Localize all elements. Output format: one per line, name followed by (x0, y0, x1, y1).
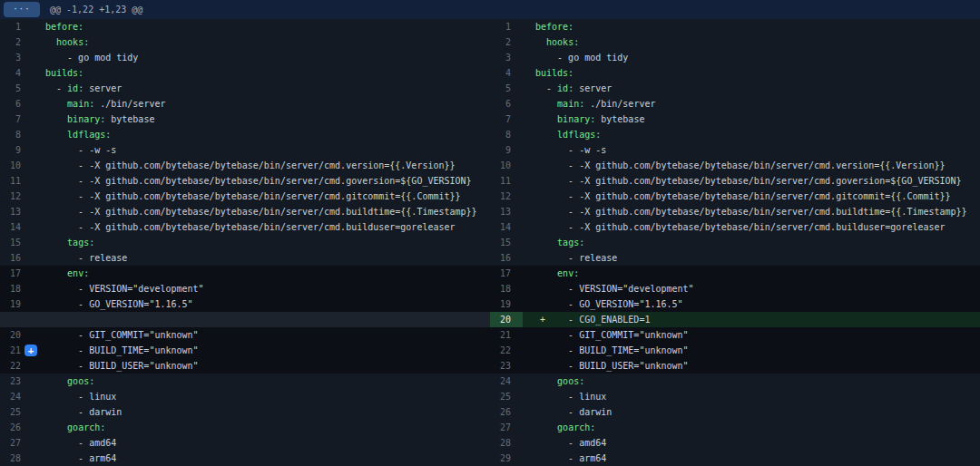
line-number[interactable]: 17 (0, 266, 33, 281)
code-text: - -X github.com/bytebase/bytebase/bin/se… (45, 160, 456, 170)
diff-row: 8 ldflags: (0, 127, 490, 142)
line-number[interactable]: 14 (490, 219, 523, 235)
diff-row: 27 goarch: (490, 420, 980, 435)
line-number[interactable]: 20 (0, 327, 33, 343)
line-number[interactable]: 27 (0, 435, 33, 451)
line-number[interactable]: 12 (0, 189, 33, 204)
line-number[interactable]: 17 (490, 266, 523, 281)
line-number[interactable]: 8 (0, 127, 33, 142)
line-number[interactable]: 3 (0, 50, 33, 65)
line-number[interactable]: 11 (490, 173, 523, 189)
line-number[interactable]: 7 (490, 112, 523, 127)
line-number[interactable]: 5 (490, 81, 523, 96)
diff-row: 14 - -X github.com/bytebase/bytebase/bin… (0, 219, 490, 235)
line-number[interactable]: 27 (490, 420, 523, 435)
add-comment-button[interactable]: + (24, 345, 37, 356)
line-number[interactable]: 24 (490, 374, 523, 389)
code-text: - -X github.com/bytebase/bytebase/bin/se… (45, 176, 472, 186)
line-number[interactable]: 2 (0, 34, 33, 50)
line-number[interactable]: 16 (490, 250, 523, 266)
line-number[interactable]: 18 (0, 281, 33, 296)
line-number[interactable]: 15 (0, 235, 33, 250)
code-line: - -X github.com/bytebase/bytebase/bin/se… (523, 219, 980, 235)
code-line: - darwin (523, 404, 980, 420)
line-number[interactable]: 20 (490, 312, 523, 327)
line-number[interactable]: 24 (0, 389, 33, 404)
code-line: - linux (33, 389, 490, 404)
line-number[interactable]: 13 (0, 204, 33, 219)
code-line: - BUILD_TIME="unknown" (33, 343, 490, 358)
yaml-key: env: (67, 268, 89, 278)
line-number[interactable]: 11 (0, 173, 33, 189)
line-number[interactable]: 23 (0, 374, 33, 389)
code-text: - darwin (535, 407, 612, 417)
line-number[interactable] (0, 312, 33, 327)
code-text: - linux (535, 392, 606, 402)
diff-row: 11 - -X github.com/bytebase/bytebase/bin… (0, 173, 490, 189)
code-text (535, 37, 546, 47)
code-line: - -w -s (523, 142, 980, 158)
diff-row: 19 - GO_VERSION="1.16.5" (0, 296, 490, 312)
line-number[interactable]: 1 (490, 19, 523, 34)
line-number[interactable]: 4 (0, 65, 33, 81)
diff-row: 2 hooks: (0, 34, 490, 50)
diff-row: 12 - -X github.com/bytebase/bytebase/bin… (0, 189, 490, 204)
code-text: - GIT_COMMIT="unknown" (45, 330, 199, 340)
line-number[interactable]: 19 (0, 296, 33, 312)
line-number[interactable]: 2 (490, 34, 523, 50)
line-number[interactable]: 19 (490, 296, 523, 312)
expand-hunk-button[interactable]: ··· (4, 2, 40, 17)
line-number[interactable]: 6 (490, 96, 523, 112)
line-number[interactable]: 25 (0, 404, 33, 420)
line-number[interactable]: 4 (490, 65, 523, 81)
line-number[interactable]: 6 (0, 96, 33, 112)
line-number[interactable]: 7 (0, 112, 33, 127)
code-text: - -w -s (535, 145, 606, 155)
hunk-header: ··· @@ -1,22 +1,23 @@ (0, 0, 980, 19)
yaml-key: binary: (67, 114, 105, 124)
diff-row: 23 goos: (0, 374, 490, 389)
diff-row: 15 tags: (0, 235, 490, 250)
line-number[interactable]: 15 (490, 235, 523, 250)
code-line: - BUILD_USER="unknown" (33, 358, 490, 374)
line-number[interactable]: 21 (490, 327, 523, 343)
line-number[interactable]: 10 (490, 158, 523, 173)
line-number[interactable]: 25 (490, 389, 523, 404)
diff-row: 15 tags: (490, 235, 980, 250)
line-number[interactable]: 5 (0, 81, 33, 96)
diff-row: 4builds: (0, 65, 490, 81)
line-number[interactable]: 28 (0, 451, 33, 466)
code-text: - CGO_ENABLED=1 (535, 315, 650, 325)
line-number[interactable]: 14 (0, 219, 33, 235)
code-line: - GIT_COMMIT="unknown" (33, 327, 490, 343)
line-number[interactable]: 22 (490, 343, 523, 358)
line-number[interactable]: 26 (490, 404, 523, 420)
yaml-key: builds: (535, 68, 573, 78)
line-number[interactable]: 18 (490, 281, 523, 296)
line-number[interactable]: 26 (0, 420, 33, 435)
line-number[interactable]: 10 (0, 158, 33, 173)
code-text: - darwin (45, 407, 122, 417)
yaml-key: tags: (557, 238, 584, 248)
diff-row: 3 - go mod tidy (490, 50, 980, 65)
code-line: - VERSION="development" (523, 281, 980, 296)
line-number[interactable]: 9 (490, 142, 523, 158)
code-text (45, 114, 67, 124)
line-number[interactable]: 3 (490, 50, 523, 65)
line-number[interactable]: 9 (0, 142, 33, 158)
yaml-key: id: (67, 83, 83, 93)
code-line: env: (523, 266, 980, 281)
line-number[interactable]: 29 (490, 451, 523, 466)
code-line: - GO_VERSION="1.16.5" (33, 296, 490, 312)
diff-row: 2 hooks: (490, 34, 980, 50)
line-number[interactable]: 1 (0, 19, 33, 34)
line-number[interactable]: 23 (490, 358, 523, 374)
line-number[interactable]: 12 (490, 189, 523, 204)
line-number[interactable]: 22 (0, 358, 33, 374)
line-number[interactable]: 28 (490, 435, 523, 451)
line-number[interactable]: 13 (490, 204, 523, 219)
code-line: binary: bytebase (33, 112, 490, 127)
line-number[interactable]: 16 (0, 250, 33, 266)
line-number[interactable]: 8 (490, 127, 523, 142)
code-text: - amd64 (45, 438, 116, 448)
